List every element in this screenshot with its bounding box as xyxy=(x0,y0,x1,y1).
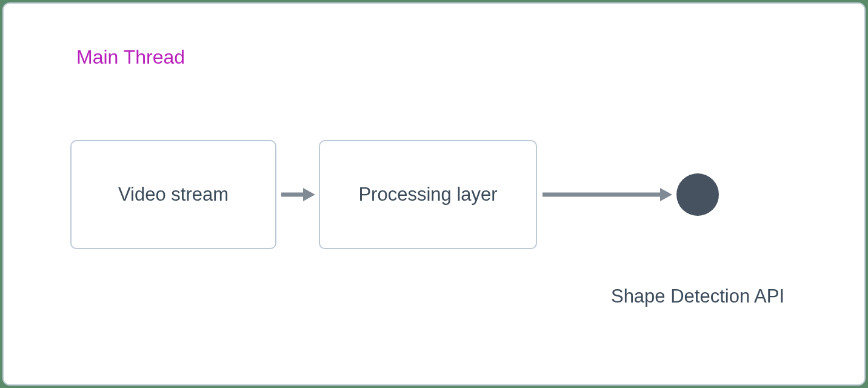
circle-icon xyxy=(676,173,719,216)
video-stream-box: Video stream xyxy=(70,140,276,249)
shape-detection-node: Shape Detection API xyxy=(676,173,719,216)
diagram-row: Video stream Processing layer Shape Dete… xyxy=(70,140,719,249)
svg-marker-3 xyxy=(660,188,672,201)
svg-marker-1 xyxy=(303,188,315,201)
shape-detection-label: Shape Detection API xyxy=(611,286,784,307)
diagram-container: Main Thread Video stream Processing laye… xyxy=(2,2,866,386)
diagram-title: Main Thread xyxy=(76,46,185,69)
arrow-icon xyxy=(537,186,676,204)
arrow-icon xyxy=(276,186,319,204)
processing-layer-label: Processing layer xyxy=(358,184,497,206)
video-stream-label: Video stream xyxy=(118,184,229,206)
processing-layer-box: Processing layer xyxy=(319,140,537,249)
